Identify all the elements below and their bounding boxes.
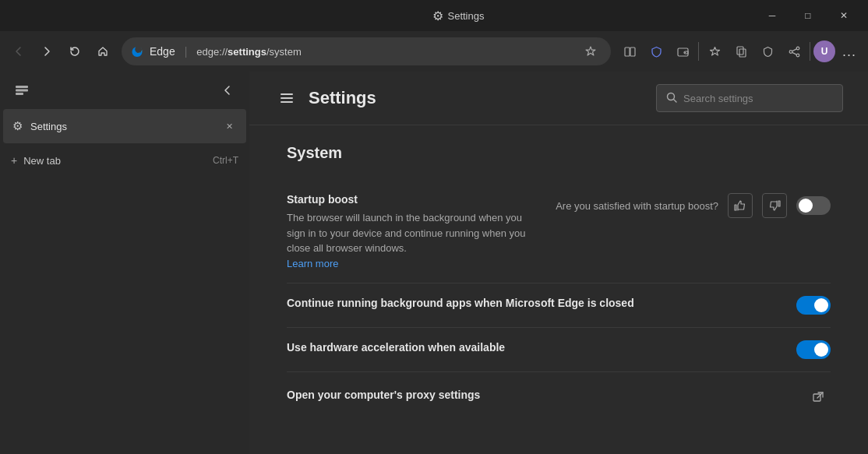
svg-rect-16 [813, 394, 820, 401]
edge-logo-icon [131, 45, 143, 58]
proxy-settings-info: Open your computer's proxy settings [287, 389, 787, 406]
settings-search-bar[interactable] [656, 84, 843, 112]
favorites-button[interactable] [702, 39, 727, 64]
sidebar-header [0, 72, 249, 109]
new-tab-plus-icon: + [11, 154, 17, 167]
svg-rect-9 [16, 86, 28, 88]
home-button[interactable] [90, 39, 115, 64]
background-apps-info: Continue running background apps when Mi… [287, 297, 778, 314]
proxy-settings-name: Open your computer's proxy settings [287, 389, 787, 401]
forward-button[interactable] [34, 39, 59, 64]
title-bar-center: ⚙ Settings [432, 9, 485, 23]
new-tab-shortcut: Ctrl+T [213, 155, 238, 166]
startup-boost-desc: The browser will launch in the backgroun… [287, 210, 537, 256]
startup-boost-toggle-track [796, 196, 831, 215]
svg-rect-0 [625, 48, 630, 56]
background-apps-toggle-track [796, 296, 831, 315]
background-apps-row: Continue running background apps when Mi… [287, 296, 831, 315]
split-screen-button[interactable] [617, 39, 642, 64]
settings-menu-button[interactable] [274, 86, 299, 111]
address-bar[interactable]: Edge | edge://settings/system [122, 37, 611, 65]
browser-toolbar: Edge | edge://settings/system U [0, 31, 868, 72]
back-button[interactable] [6, 39, 31, 64]
sidebar-logo-button[interactable] [9, 78, 34, 103]
favorite-star-button[interactable] [580, 40, 602, 62]
proxy-settings-item: Open your computer's proxy settings [287, 372, 831, 422]
title-bar: ⚙ Settings ─ □ ✕ [0, 0, 868, 31]
settings-header: Settings [249, 72, 868, 125]
background-apps-name: Continue running background apps when Mi… [287, 297, 778, 309]
hardware-accel-toggle-track [796, 340, 831, 359]
address-url: edge://settings/system [196, 46, 301, 58]
svg-rect-2 [678, 48, 688, 56]
feedback-question: Are you satisfied with startup boost? [556, 200, 718, 212]
title-gear-icon: ⚙ [432, 9, 443, 23]
proxy-settings-controls [806, 385, 831, 410]
sidebar: ⚙ Settings ✕ + New tab Ctrl+T [0, 72, 249, 454]
svg-rect-4 [737, 47, 743, 55]
settings-page-title: Settings [309, 88, 376, 108]
hardware-accel-toggle-thumb [814, 343, 828, 357]
toolbar-icons: U ... [617, 39, 862, 64]
settings-tab-close-button[interactable]: ✕ [221, 118, 237, 134]
new-tab-label: New tab [23, 155, 206, 167]
proxy-external-link-button[interactable] [806, 385, 831, 410]
profile-avatar-button[interactable]: U [813, 40, 835, 62]
startup-boost-item: Startup boost The browser will launch in… [287, 181, 831, 283]
svg-rect-11 [16, 93, 23, 95]
new-tab-row[interactable]: + New tab Ctrl+T [0, 143, 249, 178]
startup-boost-toggle-thumb [799, 199, 813, 213]
address-edge-label: Edge [150, 45, 175, 58]
svg-point-8 [796, 54, 799, 57]
toolbar-divider-2 [810, 42, 810, 61]
close-button[interactable]: ✕ [826, 3, 862, 28]
refresh-button[interactable] [62, 39, 87, 64]
thumbs-up-button[interactable] [728, 193, 753, 218]
startup-boost-learn-more-link[interactable]: Learn more [287, 258, 338, 269]
hardware-accel-name: Use hardware acceleration when available [287, 341, 778, 354]
startup-boost-toggle[interactable] [796, 196, 831, 215]
hardware-accel-item: Use hardware acceleration when available [287, 328, 831, 372]
svg-rect-10 [16, 90, 28, 92]
settings-content: System Startup boost The browser will la… [249, 125, 868, 441]
svg-rect-13 [281, 97, 293, 99]
search-input[interactable] [683, 93, 833, 104]
content-area: Settings System Startup boost The browse… [249, 72, 868, 454]
collections-button[interactable] [729, 39, 753, 64]
svg-rect-14 [281, 101, 293, 103]
toolbar-divider-1 [698, 42, 699, 61]
background-apps-item: Continue running background apps when Mi… [287, 283, 831, 328]
startup-boost-row: Startup boost The browser will launch in… [287, 193, 831, 270]
hardware-accel-toggle[interactable] [796, 340, 831, 359]
main-area: ⚙ Settings ✕ + New tab Ctrl+T Settings [0, 72, 868, 454]
startup-boost-info: Startup boost The browser will launch in… [287, 193, 537, 270]
background-apps-toggle[interactable] [796, 296, 831, 315]
svg-rect-1 [630, 48, 635, 56]
background-apps-controls [796, 296, 831, 315]
share-button[interactable] [782, 39, 806, 64]
maximize-button[interactable]: □ [790, 3, 826, 28]
svg-rect-12 [281, 93, 293, 95]
proxy-settings-row: Open your computer's proxy settings [287, 385, 831, 410]
shield-button[interactable] [644, 39, 669, 64]
settings-tab-label: Settings [30, 121, 213, 132]
settings-tab[interactable]: ⚙ Settings ✕ [3, 109, 246, 143]
settings-tab-gear-icon: ⚙ [12, 119, 23, 133]
background-apps-toggle-thumb [814, 298, 828, 312]
search-icon [666, 92, 677, 105]
window-title: Settings [448, 10, 485, 22]
wallet-button[interactable] [670, 39, 695, 64]
hardware-accel-controls [796, 340, 831, 359]
sidebar-collapse-button[interactable] [215, 78, 240, 103]
svg-rect-5 [739, 49, 746, 57]
startup-boost-name: Startup boost [287, 193, 537, 206]
window-controls: ─ □ ✕ [754, 3, 862, 28]
thumbs-down-button[interactable] [762, 193, 787, 218]
svg-point-7 [789, 50, 792, 53]
more-options-button[interactable]: ... [837, 39, 862, 64]
browser-essentials-button[interactable] [755, 39, 780, 64]
minimize-button[interactable]: ─ [754, 3, 790, 28]
hardware-accel-row: Use hardware acceleration when available [287, 340, 831, 359]
hardware-accel-info: Use hardware acceleration when available [287, 341, 778, 358]
section-title: System [287, 144, 831, 162]
